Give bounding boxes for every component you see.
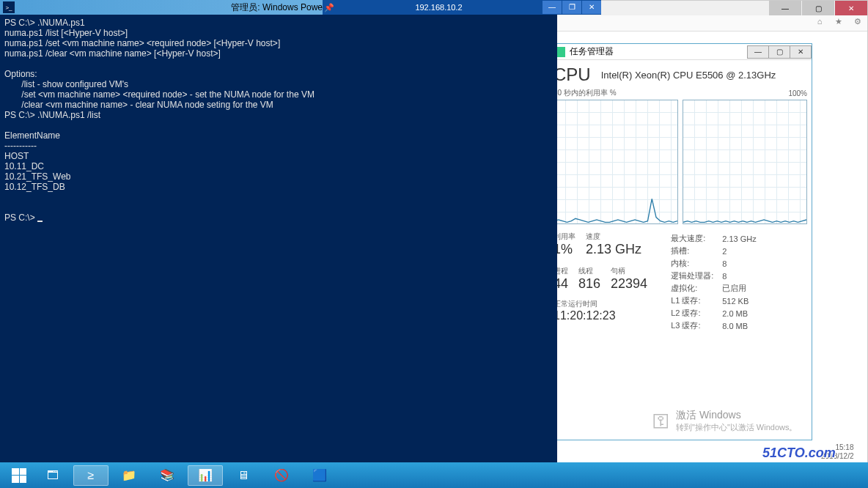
taskbar-task-manager[interactable]: 📊: [188, 465, 223, 486]
cpu-chart-0: [553, 100, 678, 224]
taskbar-server-manager[interactable]: 🗔: [35, 465, 70, 486]
detail-value: 2.0 MB: [722, 308, 756, 319]
task-manager-title: 任务管理器: [570, 45, 748, 58]
rdp-connection-bar[interactable]: 📌 192.168.10.2 — ❐ ✕: [323, 0, 601, 15]
detail-value: 8.0 MB: [722, 320, 756, 331]
powershell-output: PS C:\> .\NUMA.ps1 numa.ps1 /list [<Hype…: [4, 18, 315, 223]
cursor-icon: [37, 221, 43, 222]
detail-value: 2: [722, 245, 756, 256]
detail-value: 512 KB: [722, 295, 756, 306]
activate-subtitle: 转到"操作中心"以激活 Windows。: [676, 422, 798, 433]
tm-minimize-button[interactable]: —: [747, 45, 769, 59]
detail-label: L1 缓存:: [671, 295, 721, 306]
outer-close-button[interactable]: ✕: [835, 1, 867, 15]
tm-close-button[interactable]: ✕: [790, 45, 812, 59]
rdp-address: 192.168.10.2: [336, 3, 542, 12]
cpu-chart-1: [683, 100, 807, 224]
cpu-heading: CPU: [553, 64, 591, 85]
favorite-icon[interactable]: ★: [832, 17, 845, 30]
powershell-icon: >_: [3, 1, 15, 13]
pin-icon[interactable]: 📌: [323, 3, 336, 12]
detail-label: 最大速度:: [671, 233, 721, 244]
detail-value: 8: [722, 258, 756, 269]
activate-title: 激活 Windows: [676, 409, 798, 422]
taskbar[interactable]: 🗔 ≥ 📁 📚 📊 🖥 🚫 🟦: [0, 462, 868, 488]
stat-label: 速度: [586, 232, 641, 242]
detail-label: 逻辑处理器:: [671, 270, 721, 281]
taskbar-app[interactable]: 🟦: [302, 465, 337, 486]
task-manager-window: 任务管理器 — ▢ ✕ CPU Intel(R) Xeon(R) CPU E55…: [548, 43, 812, 440]
outer-maximize-button[interactable]: ▢: [802, 1, 834, 15]
stat-value: 22394: [611, 276, 647, 292]
cpu-model-label: Intel(R) Xeon(R) CPU E5506 @ 2.13GHz: [601, 70, 776, 81]
taskbar-deny-icon[interactable]: 🚫: [264, 465, 299, 486]
detail-label: L2 缓存:: [671, 308, 721, 319]
outer-minimize-button[interactable]: —: [769, 1, 801, 15]
rdp-minimize-button[interactable]: —: [542, 1, 562, 14]
rdp-close-button[interactable]: ✕: [582, 1, 601, 14]
watermark-logo: 51CTO.com: [762, 446, 836, 461]
taskbar-library[interactable]: 📚: [150, 465, 185, 486]
detail-value: 2.13 GHz: [722, 233, 756, 244]
windows-activation-notice: ⚿ 激活 Windows 转到"操作中心"以激活 Windows。: [652, 409, 798, 433]
taskbar-explorer[interactable]: 📁: [111, 465, 147, 486]
task-manager-titlebar[interactable]: 任务管理器 — ▢ ✕: [549, 44, 812, 60]
settings-icon[interactable]: ⚙: [851, 17, 864, 30]
detail-label: 虚拟化:: [671, 283, 721, 294]
uptime-label: 正常运行时间: [553, 299, 647, 309]
tm-maximize-button[interactable]: ▢: [768, 45, 790, 59]
start-button[interactable]: [3, 465, 35, 486]
chart-left-label: 50 秒内的利用率 %: [553, 88, 617, 98]
taskbar-hyperv[interactable]: 🖥: [226, 465, 261, 486]
detail-label: L3 缓存:: [671, 320, 721, 331]
stat-value: 816: [578, 276, 600, 292]
detail-label: 插槽:: [671, 245, 721, 256]
stat-label: 线程: [578, 266, 600, 276]
key-icon: ⚿: [652, 411, 670, 432]
taskbar-powershell[interactable]: ≥: [73, 465, 108, 486]
detail-value: 8: [722, 270, 756, 281]
chart-right-label: 100%: [788, 89, 807, 97]
powershell-window: >_ 管理员: Windows PowerShell PS C:\> .\NUM…: [0, 0, 557, 462]
home-icon[interactable]: ⌂: [813, 17, 826, 30]
stat-label: 句柄: [611, 266, 647, 276]
powershell-terminal[interactable]: PS C:\> .\NUMA.ps1 numa.ps1 /list [<Hype…: [0, 15, 557, 462]
stat-value: 2.13 GHz: [586, 242, 641, 257]
detail-value: 已启用: [722, 283, 756, 294]
uptime-value: 11:20:12:23: [553, 309, 647, 322]
rdp-restore-button[interactable]: ❐: [562, 1, 581, 14]
detail-label: 内核:: [671, 258, 721, 269]
